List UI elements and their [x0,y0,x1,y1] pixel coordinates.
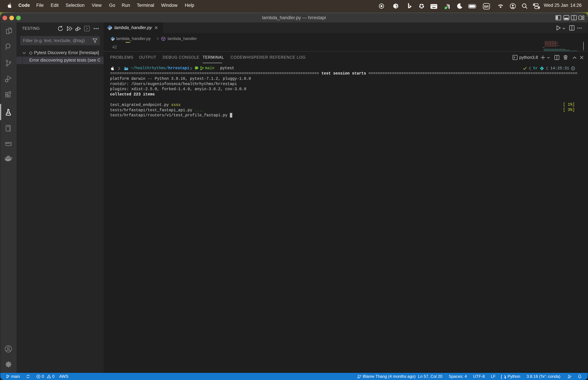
svg-text:BR: BR [484,5,489,8]
svg-text:aws: aws [5,141,12,145]
